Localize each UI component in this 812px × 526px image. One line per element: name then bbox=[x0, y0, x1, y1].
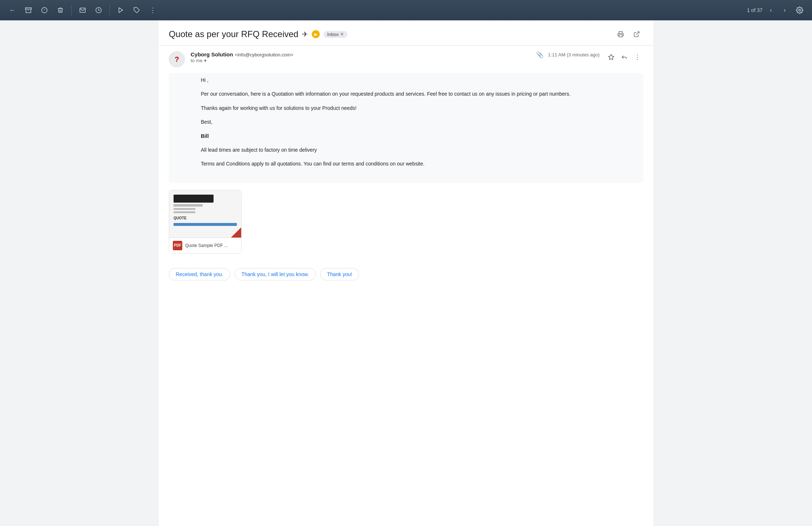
print-button[interactable] bbox=[614, 28, 627, 41]
subject-title: Quote as per your RFQ Received ✈ ▶ Inbox… bbox=[169, 29, 614, 39]
to-me[interactable]: to me ▾ bbox=[191, 58, 530, 63]
attachment-icon: 📎 bbox=[536, 51, 544, 58]
email-body: Hi , Per our conversation, here is a Quo… bbox=[169, 73, 643, 183]
sender-info: Cyborg Solution <info@cyborgsolution.com… bbox=[191, 51, 530, 63]
more-button[interactable]: ⋮ bbox=[146, 4, 159, 17]
star-button[interactable] bbox=[605, 51, 617, 63]
preview-table-row bbox=[174, 223, 237, 226]
back-button[interactable]: ← bbox=[6, 4, 19, 17]
subject-actions bbox=[614, 28, 643, 41]
attachment-footer: PDF Quote Sample PDF ... bbox=[169, 238, 241, 253]
sender-line: Cyborg Solution <info@cyborgsolution.com… bbox=[191, 51, 530, 58]
more-email-button[interactable]: ⋮ bbox=[632, 51, 643, 63]
smart-reply-3[interactable]: Thank you! bbox=[320, 268, 359, 280]
email-meta: 📎 1:11 AM (3 minutes ago) bbox=[536, 51, 600, 58]
sig-line2: Terms and Conditions apply to all quotat… bbox=[201, 160, 633, 168]
subject-text: Quote as per your RFQ Received bbox=[169, 29, 298, 39]
email-action-buttons: ⋮ bbox=[605, 51, 643, 63]
sender-name: Cyborg Solution bbox=[191, 51, 233, 57]
preview-line1 bbox=[174, 204, 203, 207]
signature-name: Bill bbox=[201, 132, 633, 140]
mark-unread-button[interactable] bbox=[76, 4, 89, 17]
sender-avatar: ? bbox=[169, 51, 185, 67]
svg-point-8 bbox=[799, 9, 801, 11]
body-paragraph2: Thanks again for working with us for sol… bbox=[201, 104, 633, 112]
inbox-label: Inbox bbox=[327, 32, 339, 37]
smart-reply-1[interactable]: Received, thank you. bbox=[169, 268, 230, 280]
pagination-text: 1 of 37 bbox=[747, 7, 763, 13]
svg-line-10 bbox=[636, 32, 639, 35]
snooze-button[interactable] bbox=[92, 4, 105, 17]
body-paragraph1: Per our conversation, here is a Quotatio… bbox=[201, 90, 633, 98]
pagination: 1 of 37 ‹ › bbox=[747, 5, 790, 16]
settings-button[interactable] bbox=[793, 4, 806, 17]
forward-icon: ▶ bbox=[312, 30, 320, 38]
preview-line3 bbox=[174, 211, 195, 213]
open-in-new-button[interactable] bbox=[630, 28, 643, 41]
move-button[interactable] bbox=[114, 4, 127, 17]
svg-marker-11 bbox=[609, 55, 614, 60]
preview-corner bbox=[231, 227, 241, 238]
preview-line2 bbox=[174, 208, 195, 210]
toolbar: ← ⋮ 1 of 37 ‹ bbox=[0, 0, 812, 20]
reply-button[interactable] bbox=[618, 51, 630, 63]
smart-replies: Received, thank you. Thank you, I will l… bbox=[159, 261, 653, 292]
attachment-card[interactable]: QUOTE PDF Quote Sample PDF ... bbox=[169, 190, 242, 254]
prev-email-button[interactable]: ‹ bbox=[765, 5, 776, 16]
divider1 bbox=[71, 5, 72, 15]
preview-quote-label: QUOTE bbox=[174, 216, 237, 220]
subject-bar: Quote as per your RFQ Received ✈ ▶ Inbox… bbox=[159, 20, 653, 45]
svg-rect-0 bbox=[25, 8, 32, 9]
svg-rect-9 bbox=[619, 35, 622, 37]
inbox-remove-button[interactable]: ✕ bbox=[340, 32, 344, 37]
attachment-section: QUOTE PDF Quote Sample PDF ... bbox=[159, 183, 653, 261]
archive-button[interactable] bbox=[22, 4, 35, 17]
next-email-button[interactable]: › bbox=[779, 5, 790, 16]
svg-marker-6 bbox=[119, 8, 123, 13]
email-container: Quote as per your RFQ Received ✈ ▶ Inbox… bbox=[159, 20, 653, 526]
pdf-icon: PDF bbox=[173, 241, 182, 250]
preview-bar bbox=[174, 195, 214, 203]
attachment-preview: QUOTE bbox=[169, 190, 241, 238]
delete-button[interactable] bbox=[54, 4, 67, 17]
smart-reply-2[interactable]: Thank you, I will let you know. bbox=[235, 268, 316, 280]
airplane-icon: ✈ bbox=[302, 30, 308, 39]
divider2 bbox=[110, 5, 110, 15]
body-closing: Best, bbox=[201, 118, 633, 126]
report-button[interactable] bbox=[38, 4, 51, 17]
label-button[interactable] bbox=[130, 4, 143, 17]
sender-email: <info@cyborgsolution.com> bbox=[235, 52, 293, 57]
greeting: Hi , bbox=[201, 76, 633, 84]
email-header: ? Cyborg Solution <info@cyborgsolution.c… bbox=[159, 45, 653, 73]
sig-line1: All lead times are subject to factory on… bbox=[201, 146, 633, 154]
attachment-filename: Quote Sample PDF ... bbox=[185, 243, 228, 248]
chevron-down-icon: ▾ bbox=[204, 58, 207, 63]
inbox-badge: Inbox ✕ bbox=[323, 31, 347, 38]
email-time: 1:11 AM (3 minutes ago) bbox=[548, 52, 600, 57]
